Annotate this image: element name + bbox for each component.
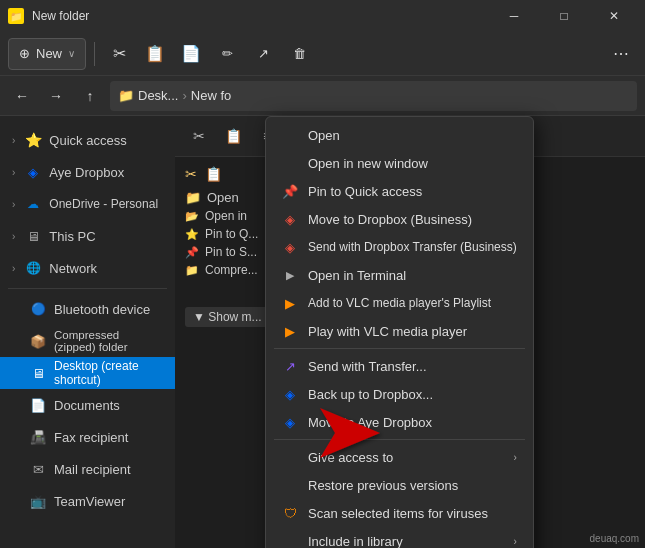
give-access-icon — [282, 449, 298, 465]
menu-item-play-vlc[interactable]: ▶ Play with VLC media player — [266, 317, 533, 345]
main-content: › ⭐ Quick access › ◈ Aye Dropbox › ☁ One… — [0, 116, 645, 548]
sidebar-item-compressed[interactable]: 📦 Compressed (zipped) folder — [0, 325, 175, 357]
share-button[interactable]: ↗ — [247, 38, 279, 70]
sidebar-item-mail[interactable]: ✉ Mail recipient — [0, 453, 175, 485]
restore-icon — [282, 477, 298, 493]
sidebar-item-this-pc[interactable]: › 🖥 This PC — [0, 220, 175, 252]
pin-icon: 📌 — [282, 183, 298, 199]
cut-button[interactable]: ✂ — [103, 38, 135, 70]
maximize-button[interactable]: □ — [541, 0, 587, 32]
menu-item-open-terminal[interactable]: ▶ Open in Terminal — [266, 261, 533, 289]
sidebar: › ⭐ Quick access › ◈ Aye Dropbox › ☁ One… — [0, 116, 175, 548]
sidebar-label-this-pc: This PC — [49, 229, 95, 244]
back-button[interactable]: ← — [8, 82, 36, 110]
app-icon: 📁 — [8, 8, 24, 24]
file-copy-button[interactable]: 📋 — [219, 122, 247, 150]
new-chevron: ∨ — [68, 48, 75, 59]
folder-icon-small: 📁 — [118, 88, 134, 103]
open-icon — [282, 127, 298, 143]
sidebar-item-teamviewer[interactable]: 📺 TeamViewer — [0, 485, 175, 517]
terminal-icon: ▶ — [282, 267, 298, 283]
vlc-play-icon: ▶ — [282, 323, 298, 339]
menu-item-move-dropbox-biz[interactable]: ◈ Move to Dropbox (Business) — [266, 205, 533, 233]
minimize-button[interactable]: ─ — [491, 0, 537, 32]
sidebar-label-bluetooth: Bluetooth device — [54, 302, 150, 317]
sidebar-item-documents[interactable]: 📄 Documents — [0, 389, 175, 421]
menu-item-give-access[interactable]: Give access to › — [266, 443, 533, 471]
chevron-icon: › — [12, 167, 15, 178]
bluetooth-icon: 🔵 — [30, 301, 46, 317]
menu-label-send-dropbox-transfer: Send with Dropbox Transfer (Business) — [308, 240, 517, 254]
move-aye-icon: ◈ — [282, 414, 298, 430]
copy-button[interactable]: 📋 — [139, 38, 171, 70]
menu-label-add-vlc-playlist: Add to VLC media player's Playlist — [308, 296, 517, 310]
context-menu[interactable]: Open Open in new window 📌 Pin to Quick a… — [265, 116, 534, 548]
desktop-icon: 🖥 — [30, 365, 46, 381]
file-cut-button[interactable]: ✂ — [185, 122, 213, 150]
sidebar-label-fax: Fax recipient — [54, 430, 128, 445]
menu-item-open-new-window[interactable]: Open in new window — [266, 149, 533, 177]
fax-icon: 📠 — [30, 429, 46, 445]
menu-label-send-transfer: Send with Transfer... — [308, 359, 517, 374]
menu-item-pin-quick-access[interactable]: 📌 Pin to Quick access — [266, 177, 533, 205]
forward-button[interactable]: → — [42, 82, 70, 110]
vlc-playlist-icon: ▶ — [282, 295, 298, 311]
network-icon: 🌐 — [25, 260, 41, 276]
more-options-button[interactable]: ⋯ — [605, 38, 637, 70]
menu-label-include-library: Include in library — [308, 534, 503, 549]
sidebar-label-mail: Mail recipient — [54, 462, 131, 477]
documents-icon: 📄 — [30, 397, 46, 413]
sidebar-label-desktop: Desktop (create shortcut) — [54, 359, 163, 387]
path-segment-1: Desk... — [138, 88, 178, 103]
toolbar: ⊕ New ∨ ✂ 📋 📄 ✏ ↗ 🗑 ⋯ — [0, 32, 645, 76]
sidebar-label-onedrive: OneDrive - Personal — [49, 197, 158, 211]
rename-button[interactable]: ✏ — [211, 38, 243, 70]
menu-item-add-vlc-playlist[interactable]: ▶ Add to VLC media player's Playlist — [266, 289, 533, 317]
sidebar-label-quick-access: Quick access — [49, 133, 126, 148]
close-button[interactable]: ✕ — [591, 0, 637, 32]
mail-icon: ✉ — [30, 461, 46, 477]
new-icon: ⊕ — [19, 46, 30, 61]
menu-item-send-dropbox-transfer[interactable]: ◈ Send with Dropbox Transfer (Business) — [266, 233, 533, 261]
menu-label-open: Open — [308, 128, 517, 143]
delete-button[interactable]: 🗑 — [283, 38, 315, 70]
chevron-icon: › — [12, 199, 15, 210]
arrow-icon-library: › — [513, 536, 516, 547]
menu-item-include-library[interactable]: Include in library › — [266, 527, 533, 548]
chevron-icon: › — [12, 135, 15, 146]
compressed-icon: 📦 — [30, 333, 46, 349]
menu-item-move-aye[interactable]: ◈ Move to Aye Dropbox — [266, 408, 533, 436]
new-button[interactable]: ⊕ New ∨ — [8, 38, 86, 70]
open-window-icon — [282, 155, 298, 171]
sidebar-item-fax[interactable]: 📠 Fax recipient — [0, 421, 175, 453]
menu-item-scan-viruses[interactable]: 🛡 Scan selected items for viruses — [266, 499, 533, 527]
star-icon: ⭐ — [25, 132, 41, 148]
title-bar: 📁 New folder ─ □ ✕ — [0, 0, 645, 32]
paste-button[interactable]: 📄 — [175, 38, 207, 70]
sidebar-item-quick-access[interactable]: › ⭐ Quick access — [0, 124, 175, 156]
sidebar-item-onedrive[interactable]: › ☁ OneDrive - Personal — [0, 188, 175, 220]
address-path[interactable]: 📁 Desk... › New fo — [110, 81, 637, 111]
sidebar-label-compressed: Compressed (zipped) folder — [54, 329, 163, 353]
context-menu-overlay: ✂ 📋 📁Open 📂Open in ⭐Pin to Q... 📌Pin to … — [175, 116, 645, 548]
menu-label-move-aye: Move to Aye Dropbox — [308, 415, 517, 430]
menu-item-backup-dropbox[interactable]: ◈ Back up to Dropbox... — [266, 380, 533, 408]
path-segment-2: New fo — [191, 88, 231, 103]
menu-item-open[interactable]: Open — [266, 121, 533, 149]
menu-label-scan-viruses: Scan selected items for viruses — [308, 506, 517, 521]
scan-icon: 🛡 — [282, 505, 298, 521]
menu-label-play-vlc: Play with VLC media player — [308, 324, 517, 339]
dropbox-transfer-icon: ◈ — [282, 239, 298, 255]
sidebar-item-bluetooth[interactable]: 🔵 Bluetooth device — [0, 293, 175, 325]
menu-item-send-transfer[interactable]: ↗ Send with Transfer... — [266, 352, 533, 380]
menu-label-move-dropbox-biz: Move to Dropbox (Business) — [308, 212, 517, 227]
menu-item-restore-previous[interactable]: Restore previous versions — [266, 471, 533, 499]
up-button[interactable]: ↑ — [76, 82, 104, 110]
sidebar-item-desktop[interactable]: 🖥 Desktop (create shortcut) — [0, 357, 175, 389]
sidebar-item-network[interactable]: › 🌐 Network — [0, 252, 175, 284]
library-icon — [282, 533, 298, 548]
path-chevron-1: › — [182, 88, 186, 103]
sidebar-label-network: Network — [49, 261, 97, 276]
toolbar-separator — [94, 42, 95, 66]
sidebar-item-aye-dropbox[interactable]: › ◈ Aye Dropbox — [0, 156, 175, 188]
